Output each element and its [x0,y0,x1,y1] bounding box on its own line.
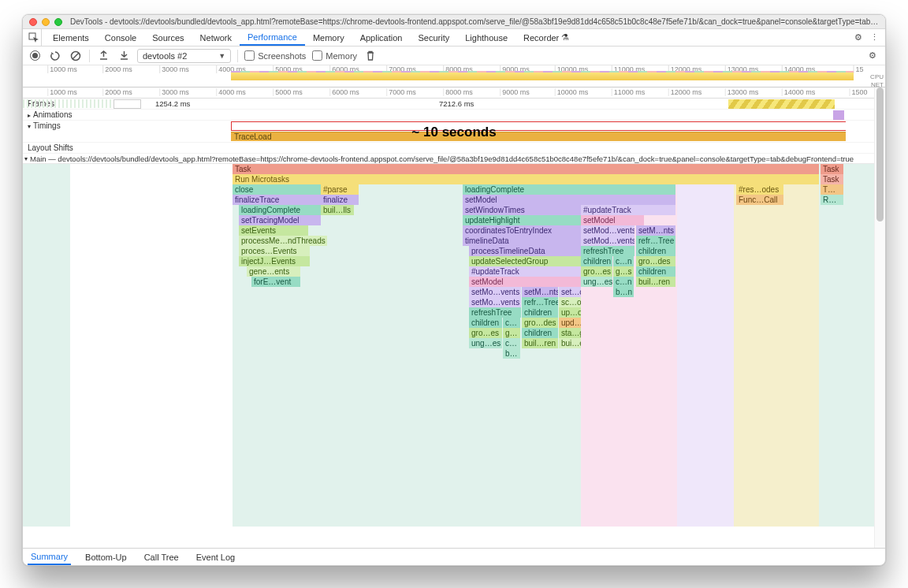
overview-pane[interactable]: 1000 ms 2000 ms 3000 ms 4000 ms 5000 ms … [23,65,885,87]
inspect-element-icon[interactable] [26,29,42,46]
flame-entry[interactable]: finalizeTrace [233,195,321,205]
timings-track[interactable]: Timings TraceLoad [23,121,885,143]
flame-entry[interactable]: buil…ren [522,338,558,348]
flame-entry[interactable]: refr…Tree [522,297,558,307]
download-icon[interactable] [117,49,131,63]
flame-entry[interactable]: children [636,266,675,277]
btab-summary[interactable]: Summary [28,549,71,565]
flame-task[interactable]: Task [821,164,843,174]
flame-entry[interactable]: set…on [559,287,581,297]
flame-entry[interactable]: setModel [581,215,644,225]
flame-entry[interactable]: children [636,246,675,256]
flame-task[interactable]: Task [233,164,819,174]
flame-entry[interactable]: setMo…vents [469,297,521,307]
flame-entry[interactable]: ung…es [469,338,502,348]
flame-entry[interactable]: setEvents [239,225,308,236]
more-icon[interactable]: ⋮ [866,32,882,43]
flame-entry[interactable]: injectJ…Events [239,256,310,266]
flame-entry[interactable]: R… [821,195,843,205]
flame-entry[interactable]: setWindowTimes [463,205,581,215]
btab-bottom-up[interactable]: Bottom-Up [82,549,130,565]
clear-button[interactable] [69,49,83,63]
flame-entry[interactable]: children [581,256,612,266]
tab-console[interactable]: Console [97,29,144,46]
trash-icon[interactable] [363,49,378,63]
tab-sources[interactable]: Sources [144,29,192,46]
flame-entry[interactable]: processTimelineData [469,246,581,256]
flame-entry[interactable]: buil…lls [321,205,354,215]
capture-settings-icon[interactable]: ⚙ [865,50,880,61]
flame-entry[interactable]: loadingComplete [463,184,675,195]
flame-entry[interactable]: setMod…vents [581,236,634,246]
flame-entry[interactable]: refreshTree [581,246,634,256]
flame-entry[interactable]: #parse [321,184,359,195]
traceload-bar[interactable]: TraceLoad [231,132,846,141]
flame-entry[interactable]: coordinatesToEntryIndex [463,225,581,236]
flame-entry[interactable]: g… [503,328,520,338]
tab-application[interactable]: Application [352,29,411,46]
main-thread-header[interactable]: ▾ Main — devtools://devtools/bundled/dev… [23,154,885,164]
flame-entry[interactable]: g…s [613,266,634,277]
flame-entry[interactable]: bui…ed [559,338,581,348]
flame-entry[interactable]: c… [503,338,520,348]
flame-entry[interactable]: Func…Call [736,195,783,205]
layout-shifts-track[interactable]: Layout Shifts [23,143,885,154]
flame-entry[interactable]: ung…es [581,277,612,287]
session-select[interactable]: devtools #2 ▼ [137,49,231,63]
upload-icon[interactable] [96,49,110,63]
flame-entry[interactable]: gro…des [522,318,558,328]
btab-call-tree[interactable]: Call Tree [141,549,182,565]
zoom-window-icon[interactable] [54,18,62,26]
flame-entry[interactable]: children [469,318,502,328]
flame-entry[interactable]: setModel [469,277,581,287]
flame-entry[interactable]: updateSelectedGroup [469,256,581,266]
flame-entry[interactable]: c… [503,318,520,328]
flame-entry[interactable]: #updateTrack [581,205,675,215]
flame-entry[interactable]: close [233,184,321,195]
animations-track[interactable]: Animations [23,110,885,121]
flame-chart[interactable]: Task Task Run Microtasks Task close #par… [23,164,885,527]
flamechart-pane[interactable]: 1000 ms 2000 ms 3000 ms 4000 ms 5000 ms … [23,87,885,548]
minimize-window-icon[interactable] [42,18,50,26]
flame-entry[interactable]: setM…nts [522,287,558,297]
flame-run-microtasks[interactable]: Run Microtasks [233,174,819,184]
flame-entry[interactable]: setTracingModel [239,215,321,225]
record-button[interactable] [28,49,42,63]
flame-entry[interactable]: setM…nts [636,225,675,236]
flame-entry[interactable]: b…n [613,287,634,297]
screenshots-checkbox[interactable]: Screenshots [244,50,306,61]
flame-entry[interactable]: processMe…ndThreads [239,236,327,246]
flame-entry[interactable]: gro…es [469,328,502,338]
flame-entry[interactable]: gro…des [636,256,675,266]
vertical-scrollbar[interactable] [874,87,885,548]
reload-button[interactable] [48,49,62,63]
flame-task[interactable]: Task [821,174,843,184]
scrollbar-thumb[interactable] [876,87,884,221]
tab-network[interactable]: Network [192,29,240,46]
flame-entry[interactable]: T… [821,184,843,195]
tab-recorder[interactable]: Recorder⚗ [515,29,577,46]
flame-entry[interactable]: setMo…vents [469,287,521,297]
flame-entry[interactable]: sta…ge [559,328,581,338]
flame-entry[interactable]: upd…ts [559,318,581,328]
btab-event-log[interactable]: Event Log [193,549,239,565]
flame-entry[interactable]: proces…Events [239,246,310,256]
tab-security[interactable]: Security [410,29,457,46]
flame-entry[interactable]: #updateTrack [469,266,581,277]
flame-entry[interactable]: setModel [463,195,675,205]
tab-lighthouse[interactable]: Lighthouse [457,29,515,46]
flame-entry[interactable]: #res…odes [736,184,783,195]
flame-entry[interactable]: buil…ren [636,277,675,287]
flame-entry[interactable]: gro…es [581,266,612,277]
flame-entry[interactable]: b… [503,348,520,359]
flame-entry[interactable]: gene…ents [247,266,300,277]
tab-memory[interactable]: Memory [305,29,352,46]
flame-entry[interactable]: forE…vent [251,277,300,287]
flame-entry[interactable]: finalize [321,195,359,205]
memory-checkbox[interactable]: Memory [312,50,357,61]
flame-entry[interactable]: children [522,307,558,318]
flame-entry[interactable]: refr…Tree [636,236,675,246]
flame-entry[interactable]: setMod…vents [581,225,634,236]
flame-entry[interactable]: refreshTree [469,307,521,318]
flame-entry[interactable]: c…n [613,256,634,266]
